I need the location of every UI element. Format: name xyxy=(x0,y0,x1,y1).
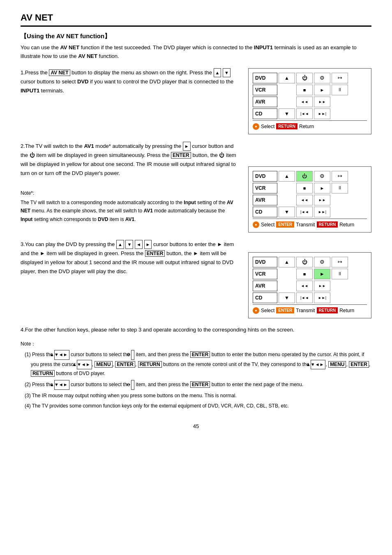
step1-section: 1.Press the AV NET button to display the… xyxy=(21,68,371,134)
step2-section: 2.The TV will switch to the AV1 mode* au… xyxy=(21,142,371,233)
fwd-btn xyxy=(314,97,330,107)
nextpage-btn2 xyxy=(332,171,348,182)
note-1: (1) Press the ▲▼◄► cursor buttons to sel… xyxy=(25,350,371,378)
dvd-label: DVD xyxy=(253,73,277,83)
return-badge3: RETURN xyxy=(317,307,338,313)
note-star-title: Note*: xyxy=(21,189,238,197)
return-label3: Return xyxy=(339,308,354,313)
prev-btn3 xyxy=(296,292,313,303)
select-label2: Select xyxy=(261,222,274,228)
notes-list: (1) Press the ▲▼◄► cursor buttons to sel… xyxy=(21,350,371,411)
panel2: DVD ▲ ⏻ VCR AVR CD ▼ xyxy=(248,142,371,233)
rew-btn2 xyxy=(296,195,313,205)
cd-label2: CD xyxy=(253,207,277,217)
gear-btn xyxy=(314,73,330,83)
avr-label: AVR xyxy=(253,97,277,107)
fwd-btn2 xyxy=(314,195,330,205)
intro-text: You can use the AV NET function if the t… xyxy=(21,44,371,61)
play-btn xyxy=(314,85,330,95)
section-title: 【Using the AV NET function】 xyxy=(21,32,371,40)
pause-btn xyxy=(332,85,348,95)
return-label: Return xyxy=(299,124,314,129)
stop-btn3 xyxy=(296,269,313,279)
gear-btn3 xyxy=(314,257,330,267)
panel3-footer: ● Select ENTER Transmit RETURN Return xyxy=(253,304,367,314)
enter-badge3: ENTER xyxy=(276,307,294,313)
vcr-label: VCR xyxy=(253,85,277,95)
return-badge2: RETURN xyxy=(317,221,338,228)
pause-btn2 xyxy=(332,183,348,193)
page-title: AV NET xyxy=(21,12,371,27)
play-btn3: ► xyxy=(314,269,330,279)
pause-btn3 xyxy=(332,269,348,279)
vcr-empty xyxy=(279,85,295,95)
dvd-label3: DVD xyxy=(253,257,277,267)
note-title: Note： xyxy=(21,340,371,348)
rew-btn xyxy=(296,97,313,107)
panel3: DVD ▲ VCR ► AVR CD ▼ xyxy=(248,240,371,318)
step3-section: 3.You can play the DVD by pressing the ▲… xyxy=(21,240,371,318)
nextpage-btn xyxy=(332,73,348,83)
step1-text: 1.Press the AV NET button to display the… xyxy=(21,68,238,96)
avr-empty xyxy=(279,97,295,107)
up-btn3: ▲ xyxy=(279,257,295,267)
fwd-btn3 xyxy=(314,281,330,291)
return-label2: Return xyxy=(339,222,354,228)
stop-btn2 xyxy=(296,183,313,193)
up-btn2: ▲ xyxy=(279,171,295,182)
stop-btn xyxy=(296,85,313,95)
notes-section: Note： (1) Press the ▲▼◄► cursor buttons … xyxy=(21,340,371,411)
transmit-label2: Transmit xyxy=(296,222,315,228)
vcr-empty2 xyxy=(279,183,295,193)
avr-label2: AVR xyxy=(253,195,277,205)
note-2: (2) Press the ▲▼◄► cursor buttons to sel… xyxy=(25,380,371,390)
vcr-label2: VCR xyxy=(253,183,277,193)
down-btn2: ▼ xyxy=(279,207,295,217)
avr-empty2 xyxy=(279,195,295,205)
power-btn2: ⏻ xyxy=(296,171,313,182)
select-label3: Select xyxy=(261,308,274,313)
note-3: (3) The IR mouse may output nothing when… xyxy=(25,391,371,401)
step4-text: 4.For the other function keys, please re… xyxy=(21,326,371,334)
select-icon: ● xyxy=(253,123,259,130)
up-btn: ▲ xyxy=(279,73,295,83)
step2-text: 2.The TV will switch to the AV1 mode* au… xyxy=(21,142,238,230)
select-icon3: ● xyxy=(253,307,259,314)
panel1: DVD ▲ VCR AVR CD ▼ xyxy=(248,68,371,134)
return-badge: RETURN xyxy=(276,123,297,129)
panel1-footer: ● Select RETURN Return xyxy=(253,120,367,130)
transmit-label3: Transmit xyxy=(296,308,315,313)
next-btn xyxy=(314,108,330,119)
cd-label: CD xyxy=(253,108,277,119)
down-btn: ▼ xyxy=(279,108,295,119)
power-btn3 xyxy=(296,257,313,267)
rew-btn3 xyxy=(296,281,313,291)
step3-text: 3.You can play the DVD by pressing the ▲… xyxy=(21,240,238,276)
panel2-footer: ● Select ENTER Transmit RETURN Return xyxy=(253,219,367,228)
vcr-empty3 xyxy=(279,269,295,279)
nextpage-btn3 xyxy=(332,257,348,267)
note-4: (4) The TV provides some common function… xyxy=(25,402,371,411)
select-label: Select xyxy=(261,124,274,129)
cd-label3: CD xyxy=(253,292,277,303)
avr-empty3 xyxy=(279,281,295,291)
prev-btn xyxy=(296,108,313,119)
next-btn3 xyxy=(314,292,330,303)
select-icon2: ● xyxy=(253,221,259,228)
note-star-text: The TV will switch to a corresponding mo… xyxy=(21,198,238,223)
down-btn3: ▼ xyxy=(279,292,295,303)
dvd-label2: DVD xyxy=(253,171,277,182)
note-star: Note*: The TV will switch to a correspon… xyxy=(21,189,238,224)
page-number: 45 xyxy=(21,423,371,429)
enter-badge2: ENTER xyxy=(276,221,294,228)
vcr-label3: VCR xyxy=(253,269,277,279)
prev-btn2 xyxy=(296,207,313,217)
next-btn2 xyxy=(314,207,330,217)
avr-label3: AVR xyxy=(253,281,277,291)
play-btn2 xyxy=(314,183,330,193)
power-btn xyxy=(296,73,313,83)
gear-btn2 xyxy=(314,171,330,182)
